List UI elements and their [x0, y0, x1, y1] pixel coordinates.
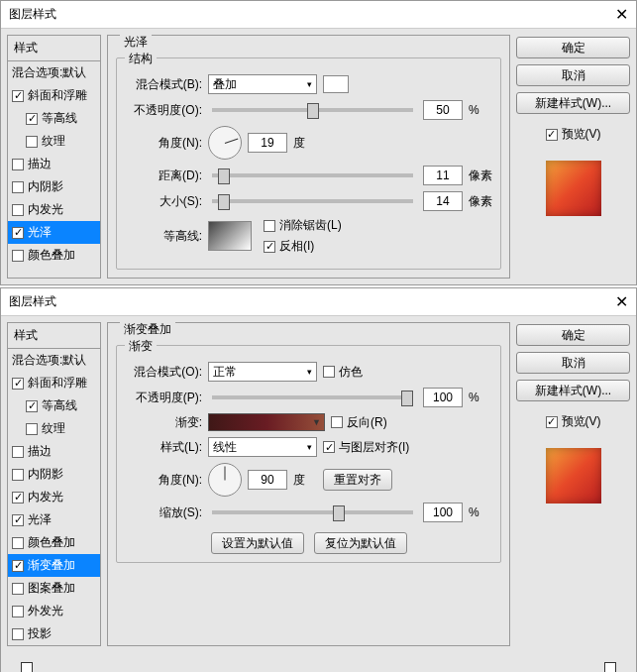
- angle-label: 角度(N):: [125, 135, 202, 152]
- size-label: 大小(S):: [125, 193, 202, 210]
- checkbox-icon: [12, 227, 24, 239]
- sidebar-item[interactable]: 斜面和浮雕: [8, 84, 100, 107]
- sidebar-item[interactable]: 描边: [8, 440, 100, 463]
- color-swatch[interactable]: [323, 75, 349, 93]
- sidebar-item[interactable]: 外发光: [8, 600, 100, 622]
- opacity-input[interactable]: 100: [423, 388, 463, 407]
- ok-button[interactable]: 确定: [516, 324, 630, 346]
- preview-checkbox[interactable]: 预览(V): [516, 126, 630, 143]
- opacity-stop[interactable]: [604, 662, 616, 672]
- scale-slider[interactable]: [212, 510, 413, 514]
- new-style-button[interactable]: 新建样式(W)...: [516, 380, 630, 401]
- close-icon[interactable]: ✕: [615, 292, 628, 311]
- dither-checkbox[interactable]: 仿色: [323, 364, 363, 381]
- checkbox-icon: [12, 378, 24, 390]
- options-panel: 渐变叠加 渐变 混合模式(O): 正常▾ 仿色 不透明度(P): 100 % 渐…: [107, 322, 510, 646]
- new-style-button[interactable]: 新建样式(W)...: [516, 92, 630, 114]
- opacity-label: 不透明度(P):: [125, 390, 202, 406]
- checkbox-icon: [546, 129, 558, 141]
- opacity-input[interactable]: 50: [423, 100, 463, 120]
- sidebar-item-label: 内阴影: [28, 466, 63, 483]
- checkbox-icon: [12, 560, 24, 572]
- invert-checkbox[interactable]: 反相(I): [264, 238, 342, 255]
- gradient-picker[interactable]: ▼: [208, 413, 325, 431]
- scale-input[interactable]: 100: [423, 503, 463, 522]
- preview-checkbox[interactable]: 预览(V): [516, 413, 630, 430]
- group-title: 结构: [125, 51, 157, 67]
- sidebar-header[interactable]: 样式: [8, 323, 100, 349]
- sidebar-item[interactable]: 光泽: [8, 508, 100, 531]
- angle-dial[interactable]: [208, 463, 242, 497]
- ok-button[interactable]: 确定: [516, 37, 630, 58]
- opacity-stop[interactable]: [21, 662, 33, 672]
- angle-input[interactable]: 19: [248, 133, 287, 153]
- angle-unit: 度: [293, 472, 317, 489]
- sidebar-item-label: 光泽: [28, 224, 52, 241]
- sidebar-item[interactable]: 内发光: [8, 486, 100, 508]
- sidebar-item-label: 投影: [28, 625, 52, 642]
- sidebar-item[interactable]: 纹理: [8, 417, 100, 440]
- scale-unit: %: [469, 505, 492, 519]
- blend-options-row[interactable]: 混合选项:默认: [8, 61, 100, 84]
- sidebar-item[interactable]: 内阴影: [8, 175, 100, 198]
- sidebar-item[interactable]: 纹理: [8, 130, 100, 153]
- size-slider[interactable]: [212, 199, 413, 203]
- make-default-button[interactable]: 设置为默认值: [211, 532, 304, 554]
- sidebar-item-label: 颜色叠加: [28, 247, 75, 264]
- size-input[interactable]: 14: [423, 191, 463, 211]
- sidebar-item[interactable]: 渐变叠加: [8, 554, 100, 577]
- distance-input[interactable]: 11: [423, 166, 463, 185]
- sidebar-item[interactable]: 内发光: [8, 198, 100, 221]
- align-checkbox[interactable]: 与图层对齐(I): [323, 439, 409, 456]
- blend-mode-select[interactable]: 正常▾: [208, 362, 317, 382]
- sidebar-item[interactable]: 斜面和浮雕: [8, 372, 100, 394]
- blend-mode-label: 混合模式(B):: [125, 76, 202, 93]
- opacity-slider[interactable]: [212, 108, 413, 112]
- sidebar-item[interactable]: 颜色叠加: [8, 244, 100, 267]
- distance-slider[interactable]: [212, 173, 413, 177]
- sidebar-item[interactable]: 图案叠加: [8, 577, 100, 600]
- angle-dial[interactable]: [208, 126, 242, 160]
- style-select[interactable]: 线性▾: [208, 437, 317, 457]
- angle-input[interactable]: 90: [248, 470, 287, 490]
- sidebar-item[interactable]: 内阴影: [8, 463, 100, 486]
- checkbox-icon: [26, 423, 38, 435]
- sidebar-item[interactable]: 等高线: [8, 394, 100, 417]
- sidebar-item[interactable]: 投影: [8, 622, 100, 645]
- contour-label: 等高线:: [125, 228, 202, 245]
- reset-default-button[interactable]: 复位为默认值: [314, 532, 407, 554]
- sidebar-item[interactable]: 描边: [8, 153, 100, 175]
- sidebar-item[interactable]: 光泽: [8, 221, 100, 244]
- contour-picker[interactable]: [208, 221, 252, 251]
- checkbox-icon: [12, 492, 24, 504]
- distance-unit: 像素: [469, 168, 492, 184]
- sidebar-item-label: 内发光: [28, 201, 63, 218]
- preview-thumbnail: [546, 448, 601, 504]
- sidebar-item-label: 外发光: [28, 603, 63, 619]
- chevron-down-icon: ▾: [307, 367, 312, 377]
- preview-thumbnail: [546, 161, 601, 216]
- cancel-button[interactable]: 取消: [516, 352, 630, 374]
- options-panel: 光泽 结构 混合模式(B): 叠加▾ 不透明度(O): 50 % 角度(N):: [107, 35, 510, 279]
- sidebar-item-label: 等高线: [42, 110, 77, 127]
- right-panel: 确定 取消 新建样式(W)... 预览(V): [516, 35, 630, 279]
- sidebar-item-label: 纹理: [42, 420, 65, 437]
- cancel-button[interactable]: 取消: [516, 64, 630, 86]
- opacity-slider[interactable]: [212, 395, 413, 399]
- sidebar-header[interactable]: 样式: [8, 36, 100, 61]
- reset-align-button[interactable]: 重置对齐: [323, 469, 392, 491]
- sidebar-item-label: 内阴影: [28, 178, 63, 195]
- blend-options-row[interactable]: 混合选项:默认: [8, 349, 100, 372]
- gradient-editor: #3f1817 #691c23 #964f3a: [1, 652, 636, 672]
- checkbox-icon: [323, 441, 335, 453]
- size-unit: 像素: [469, 193, 492, 210]
- sidebar-item[interactable]: 颜色叠加: [8, 531, 100, 554]
- blend-mode-select[interactable]: 叠加▾: [208, 74, 317, 94]
- sidebar-item[interactable]: 等高线: [8, 107, 100, 130]
- antialias-checkbox[interactable]: 消除锯齿(L): [264, 217, 342, 234]
- sidebar-item-label: 内发光: [28, 489, 63, 505]
- checkbox-icon: [12, 90, 24, 102]
- sidebar-item-label: 颜色叠加: [28, 534, 75, 551]
- reverse-checkbox[interactable]: 反向(R): [331, 414, 387, 431]
- close-icon[interactable]: ✕: [615, 5, 628, 24]
